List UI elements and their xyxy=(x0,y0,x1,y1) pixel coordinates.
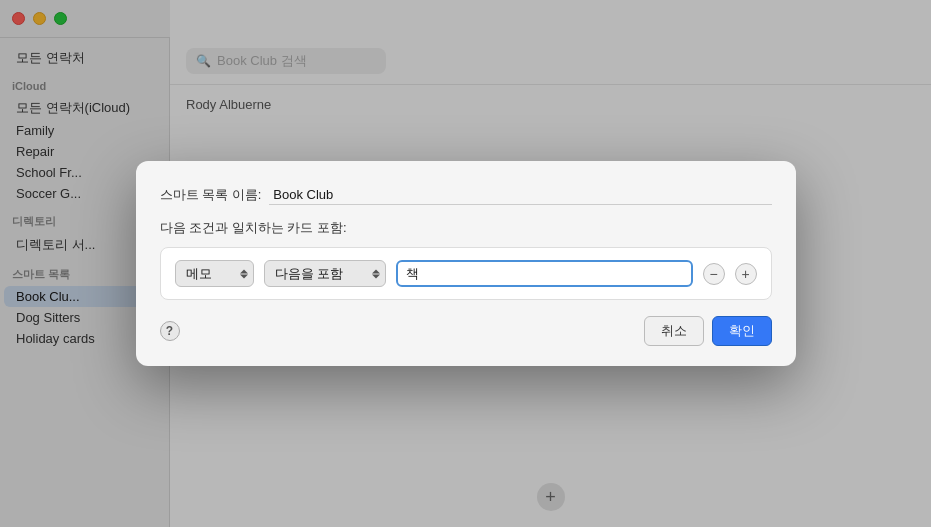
modal-footer: ? 취소 확인 xyxy=(160,316,772,346)
app-window: 모든 연락처 iCloud 모든 연락처(iCloud) Family Repa… xyxy=(0,0,931,527)
cancel-button[interactable]: 취소 xyxy=(644,316,704,346)
field-select[interactable]: 메모 이름 이메일 전화 xyxy=(175,260,254,287)
modal-name-row: 스마트 목록 이름: xyxy=(160,185,772,205)
condition-row: 메모 이름 이메일 전화 다음을 포함 xyxy=(175,260,757,287)
condition-value-input[interactable] xyxy=(396,260,693,287)
operator-select-wrapper: 다음을 포함 다음으로 시작 다음으로 끝 xyxy=(264,260,386,287)
add-condition-button[interactable]: + xyxy=(735,263,757,285)
help-button[interactable]: ? xyxy=(160,321,180,341)
smart-list-name-input[interactable] xyxy=(269,185,771,205)
condition-label: 다음 조건과 일치하는 카드 포함: xyxy=(160,219,772,237)
confirm-button[interactable]: 확인 xyxy=(712,316,772,346)
operator-select[interactable]: 다음을 포함 다음으로 시작 다음으로 끝 xyxy=(264,260,386,287)
name-label: 스마트 목록 이름: xyxy=(160,186,262,204)
smart-list-modal: 스마트 목록 이름: 다음 조건과 일치하는 카드 포함: 메모 이름 이메일 … xyxy=(136,161,796,366)
footer-buttons: 취소 확인 xyxy=(644,316,772,346)
remove-condition-button[interactable]: − xyxy=(703,263,725,285)
modal-overlay: 스마트 목록 이름: 다음 조건과 일치하는 카드 포함: 메모 이름 이메일 … xyxy=(0,0,931,527)
condition-box: 메모 이름 이메일 전화 다음을 포함 xyxy=(160,247,772,300)
field-select-wrapper: 메모 이름 이메일 전화 xyxy=(175,260,254,287)
